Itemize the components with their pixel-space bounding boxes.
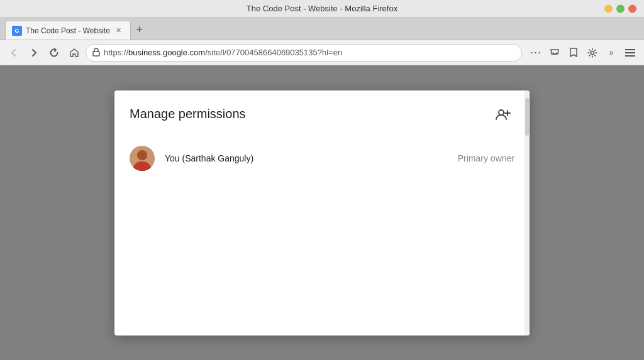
user-row: You (Sarthak Ganguly) Primary owner (130, 141, 514, 176)
minimize-button[interactable] (604, 4, 613, 13)
lock-icon (92, 48, 100, 58)
svg-point-9 (137, 150, 147, 160)
bookmark-button[interactable] (565, 44, 582, 62)
maximize-button[interactable] (616, 4, 625, 13)
close-button[interactable] (628, 4, 636, 13)
user-role: Primary owner (458, 153, 514, 163)
manage-permissions-modal: Manage permissions (114, 90, 530, 335)
tab-close-button[interactable]: ✕ (114, 26, 124, 36)
browser-tab[interactable]: G The Code Post - Website ✕ (5, 21, 131, 40)
home-button[interactable] (65, 44, 83, 62)
modal-content: You (Sarthak Ganguly) Primary owner (114, 136, 530, 335)
navbar: https://business.google.com/site/l/07700… (0, 40, 644, 65)
address-bar[interactable]: https://business.google.com/site/l/07700… (86, 44, 522, 62)
tabbar: G The Code Post - Website ✕ + (0, 18, 644, 40)
settings-button[interactable] (584, 44, 601, 62)
url-display: https://business.google.com/site/l/07700… (104, 48, 515, 57)
scrollbar-thumb (525, 98, 529, 136)
refresh-button[interactable] (45, 44, 63, 62)
menu-button[interactable] (621, 44, 639, 62)
window-controls (604, 4, 636, 13)
page-area: Manage permissions (0, 65, 644, 360)
pocket-button[interactable] (546, 44, 564, 62)
avatar (130, 146, 155, 171)
svg-point-1 (591, 51, 594, 54)
overflow-button[interactable]: » (602, 44, 620, 62)
modal-scrollbar[interactable] (525, 90, 530, 335)
window-title: The Code Post - Website - Mozilla Firefo… (247, 4, 397, 13)
new-tab-button[interactable]: + (131, 21, 148, 38)
back-button[interactable] (5, 44, 23, 62)
svg-point-5 (499, 110, 504, 115)
nav-actions: ··· » (527, 44, 639, 62)
user-name: You (Sarthak Ganguly) (165, 153, 448, 163)
more-button[interactable]: ··· (527, 44, 545, 62)
modal-header: Manage permissions (114, 90, 530, 136)
tab-label: The Code Post - Website (26, 26, 110, 35)
forward-button[interactable] (25, 44, 43, 62)
svg-rect-0 (93, 52, 99, 56)
modal-title: Manage permissions (130, 107, 246, 121)
add-people-button[interactable] (492, 103, 514, 126)
titlebar: The Code Post - Website - Mozilla Firefo… (0, 0, 644, 18)
tab-favicon: G (12, 26, 22, 36)
